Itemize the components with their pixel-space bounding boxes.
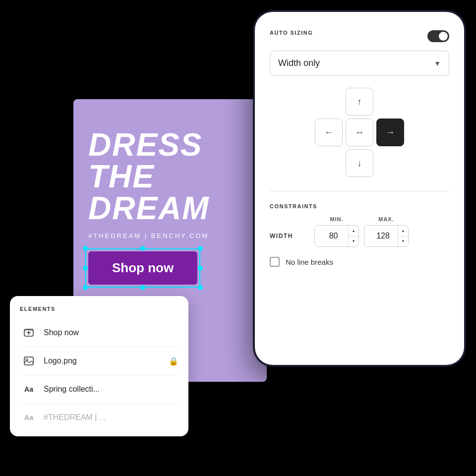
align-empty-1 <box>315 88 343 116</box>
align-empty-3 <box>315 149 343 177</box>
handle-ml[interactable] <box>83 266 88 271</box>
width-row-label: WIDTH <box>270 233 309 239</box>
align-empty-4 <box>376 149 404 177</box>
auto-sizing-label: AUTO SIZING <box>270 30 313 36</box>
handle-mr[interactable] <box>198 266 203 271</box>
min-width-input[interactable]: 80 ▲ ▼ <box>314 225 359 247</box>
element-name-spring: Spring collecti... <box>44 385 178 394</box>
lock-icon: 🔒 <box>169 357 178 366</box>
element-item-logo[interactable]: Logo.png 🔒 <box>20 347 178 375</box>
element-name-logo: Logo.png <box>44 357 163 365</box>
constraints-label: CONSTRAINTS <box>270 203 449 209</box>
alignment-grid: ↑ ← ↔ → ↓ <box>270 88 449 177</box>
phone-panel: AUTO SIZING Width only ▼ ↑ ← ↔ → ↓ CONST… <box>253 10 466 367</box>
element-item-thedream[interactable]: Aa #THEDREAM | ... <box>20 404 178 431</box>
min-width-decrement[interactable]: ▼ <box>349 237 358 247</box>
button-element-icon <box>20 324 38 342</box>
auto-sizing-row: AUTO SIZING <box>270 30 449 43</box>
max-width-value: 128 <box>364 232 398 240</box>
text-element-icon-spring: Aa <box>20 380 38 398</box>
align-empty-2 <box>376 88 404 116</box>
max-width-increment[interactable]: ▲ <box>398 226 408 237</box>
elements-panel: ELEMENTS Shop now Logo.png 🔒 Aa Spring c… <box>10 296 188 436</box>
svg-rect-3 <box>24 357 33 365</box>
section-divider <box>270 191 449 191</box>
element-name-thedream: #THEDREAM | ... <box>44 413 178 422</box>
min-width-increment[interactable]: ▲ <box>349 226 358 237</box>
min-width-value: 80 <box>315 232 348 240</box>
align-up-button[interactable]: ↑ <box>346 88 373 116</box>
auto-sizing-toggle[interactable] <box>427 30 449 42</box>
element-item-spring[interactable]: Aa Spring collecti... <box>20 375 178 404</box>
max-width-decrement[interactable]: ▼ <box>398 237 408 247</box>
no-line-breaks-label: No line breaks <box>286 258 333 266</box>
align-left-button[interactable]: ← <box>315 119 343 146</box>
align-right-button[interactable]: → <box>376 119 404 146</box>
handle-tm[interactable] <box>140 246 145 251</box>
min-column-label: MIN. <box>314 216 359 222</box>
handle-br[interactable] <box>198 285 203 290</box>
max-width-input[interactable]: 128 ▲ ▼ <box>364 225 409 247</box>
elements-section-label: ELEMENTS <box>20 306 178 312</box>
max-width-arrows: ▲ ▼ <box>398 226 408 246</box>
dropdown-value: Width only <box>278 58 320 68</box>
no-line-breaks-checkbox[interactable] <box>270 257 280 267</box>
canvas-button-container[interactable]: Shop now <box>88 251 197 285</box>
handle-tr[interactable] <box>198 246 203 251</box>
element-name-shop-now: Shop now <box>44 328 178 337</box>
element-item-shop-now[interactable]: Shop now <box>20 319 178 347</box>
handle-bm[interactable] <box>140 285 145 290</box>
canvas-subtitle: #THEDREAM | BENCHY.COM <box>88 232 209 239</box>
constraints-header: MIN. MAX. <box>270 216 449 222</box>
max-column-label: MAX. <box>364 216 409 222</box>
width-constraints-row: WIDTH 80 ▲ ▼ 128 ▲ ▼ <box>270 225 449 247</box>
handle-bl[interactable] <box>83 285 88 290</box>
shop-now-button[interactable]: Shop now <box>88 251 197 285</box>
canvas-headline: DRESS THE DREAM <box>88 129 252 224</box>
text-element-icon-thedream: Aa <box>20 409 38 426</box>
align-center-button[interactable]: ↔ <box>346 119 373 146</box>
image-element-icon <box>20 352 38 370</box>
no-line-breaks-row: No line breaks <box>270 257 449 267</box>
min-width-arrows: ▲ ▼ <box>348 226 358 246</box>
sizing-mode-dropdown[interactable]: Width only ▼ <box>270 51 449 76</box>
chevron-down-icon: ▼ <box>434 60 441 67</box>
align-down-button[interactable]: ↓ <box>346 149 373 177</box>
handle-tl[interactable] <box>83 246 88 251</box>
phone-inner: AUTO SIZING Width only ▼ ↑ ← ↔ → ↓ CONST… <box>255 12 464 365</box>
